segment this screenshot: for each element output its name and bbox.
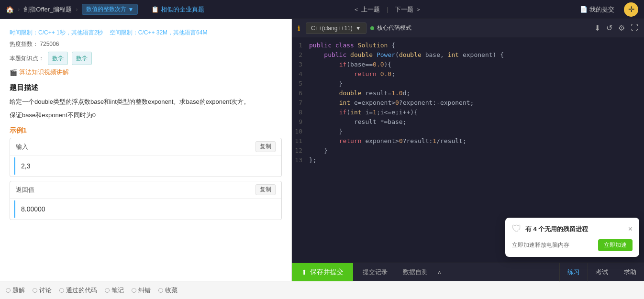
code-line-4: 4 return 0.0; [292,70,644,79]
heat-value: 725006 [40,41,59,47]
input-label: 输入 [16,143,28,151]
code-line-9: 9 result *=base; [292,118,644,127]
bottom-item-notes[interactable]: 笔记 [105,286,124,295]
copy-input-button[interactable]: 复制 [255,141,276,152]
solution-label: 题解 [12,286,25,295]
right-actions: 练习 考试 求助 [559,263,644,281]
notes-dot [105,288,110,293]
notification-popup: 🛡 有 4 个无用的残留进程 × 立即加速释放电脑内存 立即加速 [505,218,639,257]
lang-label: C++(clang++11) [311,25,353,32]
bottom-item-collect[interactable]: 收藏 [158,286,178,295]
tag-2[interactable]: 数学 [72,52,92,65]
desc-title: 题目描述 [10,83,282,92]
notif-body: 立即加速释放电脑内存 立即加速 [512,239,633,251]
code-line-11: 11 return exponent>0?result:1/result; [292,137,644,146]
bottom-bar: 题解 讨论 通过的代码 笔记 纠错 收藏 [0,281,644,299]
code-line-8: 8 if(int i=1;i<=e;i++){ [292,108,644,118]
bottom-item-passed[interactable]: 通过的代码 [59,286,97,295]
download-icon[interactable]: ⬇ [594,23,600,33]
submit-history-link[interactable]: 提交记录 [357,268,393,277]
my-submit-link[interactable]: 📄 我的提交 [580,5,614,14]
bottom-item-correct[interactable]: 纠错 [132,286,151,295]
bottom-item-discuss[interactable]: 讨论 [33,286,52,295]
breadcrumb-tag[interactable]: 数值的整数次方 ▼ [82,4,138,15]
avatar[interactable]: ✛ [624,2,638,17]
nav-sep-bar: | [387,6,388,13]
core-mode-label: 核心代码模式 [377,24,411,32]
code-line-3: 3 if(base==0.0){ [292,60,644,70]
copy-return-button[interactable]: 复制 [255,184,276,195]
time-limit-label: 时间限制：C/C++ 1秒，其他语言2秒 [10,29,103,36]
discuss-label: 讨论 [39,286,52,295]
code-line-10: 10 } [292,127,644,137]
code-bottom-bar: ⬆ 保存并提交 提交记录 数据自测 ∧ 练习 考试 求助 [292,263,644,281]
lang-selector[interactable]: C++(clang++11) ▼ [306,22,366,34]
problem-meta: 时间限制：C/C++ 1秒，其他语言2秒 空间限制：C/C++ 32M，其他语言… [10,27,282,65]
next-problem[interactable]: 下一题 ＞ [395,5,422,14]
main-container: 时间限制：C/C++ 1秒，其他语言2秒 空间限制：C/C++ 32M，其他语言… [0,19,644,281]
similar-link[interactable]: 相似的企业真题 [151,5,204,14]
right-panel: ℹ C++(clang++11) ▼ 核心代码模式 ⬇ ↺ ⚙ ⛶ 1 publ… [292,19,644,281]
video-icon: 🎬 [10,69,17,76]
dropdown-icon: ▼ [128,6,134,13]
correct-label: 纠错 [138,286,151,295]
return-label: 返回值 [16,186,34,194]
settings-icon[interactable]: ⚙ [618,23,625,33]
core-mode: 核心代码模式 [370,24,411,32]
nav-separator-1: › [18,6,20,13]
space-limit-label: 空间限制：C/C++ 32M，其他语言64M [110,29,208,36]
code-line-5: 5 } [292,79,644,89]
prev-problem[interactable]: ＜ 上一题 [353,5,380,14]
home-icon[interactable]: 🏠 [6,6,14,13]
notif-header: 🛡 有 4 个无用的残留进程 × [512,223,633,234]
core-dot [370,26,374,30]
code-line-12: 12 } [292,146,644,156]
chevron-up-icon[interactable]: ∧ [437,269,442,276]
fullscreen-icon[interactable]: ⛶ [631,23,638,33]
help-button[interactable]: 求助 [616,263,644,281]
code-line-13: 13 }; [292,156,644,166]
bottom-item-solution[interactable]: 题解 [6,286,25,295]
practice-button[interactable]: 练习 [559,263,588,281]
code-line-1: 1 public class Solution { [292,41,644,51]
collect-label: 收藏 [165,286,178,295]
notif-shield-icon: 🛡 [512,223,522,234]
video-link[interactable]: 🎬 算法知识视频讲解 [10,68,282,77]
notes-label: 笔记 [111,286,124,295]
code-line-7: 7 int e=exponent>0?exponent:-exponent; [292,99,644,108]
return-value: 8.00000 [14,200,278,218]
desc-text: 给定一个double类型的浮点数base和int类型的整数exponent。求b… [10,98,250,105]
code-line-6: 6 double result=1.0d; [292,89,644,99]
top-nav: 🏠 › 剑指Offer_编程题 › 数值的整数次方 ▼ 相似的企业真题 ＜ 上一… [0,0,644,19]
notif-action-button[interactable]: 立即加速 [598,239,633,251]
correct-dot [132,288,136,293]
notif-title: 有 4 个无用的残留进程 [525,225,624,233]
breadcrumb-1[interactable]: 剑指Offer_编程题 [23,5,72,14]
left-panel: 时间限制：C/C++ 1秒，其他语言2秒 空间限制：C/C++ 32M，其他语言… [0,19,292,281]
reset-icon[interactable]: ↺ [606,23,612,33]
exam-button[interactable]: 考试 [588,263,616,281]
info-dot-icon: ℹ [298,24,300,32]
submit-icon: ⬆ [301,268,307,276]
notif-close-button[interactable]: × [628,225,633,233]
problem-note: 保证base和exponent不同时为0 [10,111,282,120]
problem-desc: 给定一个double类型的浮点数base和int类型的整数exponent。求b… [10,96,282,107]
example-title: 示例1 [10,126,282,135]
tag-1[interactable]: 数学 [48,52,68,65]
heat-label: 热度指数： [10,41,38,47]
video-link-label: 算法知识视频讲解 [19,68,69,77]
input-value: 2,3 [14,157,278,175]
input-header: 输入 复制 [10,138,281,155]
submit-button[interactable]: ⬆ 保存并提交 [292,263,353,281]
notif-text: 立即加速释放电脑内存 [512,241,569,249]
input-box: 输入 复制 2,3 [10,138,282,177]
solution-dot [6,288,11,293]
knowledge-label: 本题知识点： [10,53,44,64]
passed-label: 通过的代码 [66,286,97,295]
self-test-link[interactable]: 数据自测 [397,268,433,277]
breadcrumb-2-label: 数值的整数次方 [86,5,126,13]
code-toolbar: ℹ C++(clang++11) ▼ 核心代码模式 ⬇ ↺ ⚙ ⛶ [292,19,644,37]
collect-dot [158,288,163,293]
return-header: 返回值 复制 [10,181,281,199]
nav-separator-2: › [76,6,78,13]
